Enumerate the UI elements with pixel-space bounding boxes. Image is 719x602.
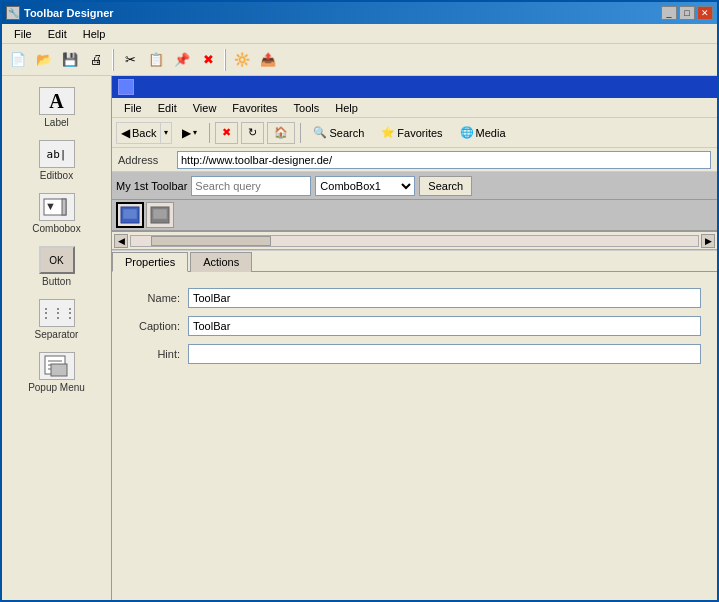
media-button[interactable]: 🌐 Media <box>453 122 513 144</box>
toolbar-print-button[interactable]: 🖨 <box>84 48 108 72</box>
palette-popup-text: Popup Menu <box>28 382 85 393</box>
svg-rect-1 <box>62 199 66 215</box>
palette-popup-item[interactable]: Popup Menu <box>12 349 102 396</box>
menu-edit[interactable]: Edit <box>40 26 75 42</box>
scroll-right-button[interactable]: ▶ <box>701 234 715 248</box>
address-label: Address <box>118 154 173 166</box>
maximize-button[interactable]: □ <box>679 6 695 20</box>
back-button[interactable]: ◀ Back <box>116 122 160 144</box>
browser-menu-favorites[interactable]: Favorites <box>224 100 285 116</box>
palette-combobox-icon: ▼ <box>39 193 75 221</box>
refresh-icon: ↻ <box>248 126 257 139</box>
nav-separator-2 <box>300 123 301 143</box>
main-window: 🔧 Toolbar Designer _ □ ✕ File Edit Help … <box>0 0 719 602</box>
svg-rect-11 <box>153 209 167 219</box>
browser-menu-edit[interactable]: Edit <box>150 100 185 116</box>
forward-dropdown-icon: ▾ <box>193 128 197 137</box>
palette-label-item[interactable]: A Label <box>12 84 102 131</box>
properties-panel: Properties Actions Name: Caption: Hint: <box>112 251 717 600</box>
right-panel: File Edit View Favorites Tools Help ◀ Ba… <box>112 76 717 600</box>
name-label: Name: <box>128 292 188 304</box>
browser-menu-view[interactable]: View <box>185 100 225 116</box>
palette-button-icon: OK <box>39 246 75 274</box>
title-bar: 🔧 Toolbar Designer _ □ ✕ <box>2 2 717 24</box>
minimize-button[interactable]: _ <box>661 6 677 20</box>
icon-item-2[interactable] <box>146 202 174 228</box>
toolbar-delete-button[interactable]: ✖ <box>196 48 220 72</box>
palette-combobox-text: Combobox <box>32 223 80 234</box>
toolbar-cut-button[interactable]: ✂ <box>118 48 142 72</box>
toolbar-separator-1 <box>112 49 114 71</box>
address-bar: Address <box>112 148 717 172</box>
svg-rect-7 <box>51 364 67 376</box>
caption-row: Caption: <box>128 316 701 336</box>
search-icon: 🔍 <box>313 126 327 139</box>
properties-tab-content: Name: Caption: Hint: <box>112 272 717 388</box>
toolbar-new-button[interactable]: 📄 <box>6 48 30 72</box>
palette-popup-icon <box>39 352 75 380</box>
caption-input[interactable] <box>188 316 701 336</box>
browser-menu-help[interactable]: Help <box>327 100 366 116</box>
back-dropdown-arrow[interactable]: ▾ <box>160 122 172 144</box>
toolbar-open-button[interactable]: 📂 <box>32 48 56 72</box>
palette-label-text: Label <box>44 117 68 128</box>
browser-window-icon <box>118 79 134 95</box>
icon-item-1[interactable] <box>116 202 144 228</box>
search-label: Search <box>329 127 364 139</box>
scroll-thumb[interactable] <box>151 236 271 246</box>
palette-editbox-item[interactable]: ab| Editbox <box>12 137 102 184</box>
stop-button[interactable]: ✖ <box>215 122 238 144</box>
tab-actions[interactable]: Actions <box>190 252 252 272</box>
palette-label-icon: A <box>39 87 75 115</box>
forward-arrow-icon: ▶ <box>182 126 191 140</box>
app-toolbar: 📄 📂 💾 🖨 ✂ 📋 📌 ✖ 🔆 📤 <box>2 44 717 76</box>
app-menu-bar: File Edit Help <box>2 24 717 44</box>
back-button-group: ◀ Back ▾ <box>116 122 172 144</box>
toolbar-save-button[interactable]: 💾 <box>58 48 82 72</box>
forward-button[interactable]: ▶ ▾ <box>175 122 204 144</box>
browser-menu-file[interactable]: File <box>116 100 150 116</box>
caption-label: Caption: <box>128 320 188 332</box>
scroll-track[interactable] <box>130 235 699 247</box>
toolbar-paste-button[interactable]: 📌 <box>170 48 194 72</box>
palette-combobox-item[interactable]: ▼ Combobox <box>12 190 102 237</box>
address-input[interactable] <box>177 151 711 169</box>
title-bar-buttons: _ □ ✕ <box>661 6 713 20</box>
refresh-button[interactable]: ↻ <box>241 122 264 144</box>
custom-search-button[interactable]: Search <box>419 176 472 196</box>
palette-button-text: Button <box>42 276 71 287</box>
palette-separator-icon: ⋮⋮⋮ <box>39 299 75 327</box>
media-label: Media <box>476 127 506 139</box>
tab-properties[interactable]: Properties <box>112 252 188 272</box>
browser-area: File Edit View Favorites Tools Help ◀ Ba… <box>112 76 717 251</box>
close-button[interactable]: ✕ <box>697 6 713 20</box>
back-arrow-icon: ◀ <box>121 126 130 140</box>
search-query-input[interactable] <box>191 176 311 196</box>
palette-separator-item[interactable]: ⋮⋮⋮ Separator <box>12 296 102 343</box>
home-icon: 🏠 <box>274 126 288 139</box>
favorites-button[interactable]: ⭐ Favorites <box>374 122 449 144</box>
menu-file[interactable]: File <box>6 26 40 42</box>
palette-button-item[interactable]: OK Button <box>12 243 102 290</box>
toolbar-copy-button[interactable]: 📋 <box>144 48 168 72</box>
svg-rect-9 <box>123 209 137 219</box>
hint-label: Hint: <box>128 348 188 360</box>
title-bar-icon: 🔧 <box>6 6 20 20</box>
main-area: A Label ab| Editbox ▼ Combobox OK Button… <box>2 76 717 600</box>
search-button[interactable]: 🔍 Search <box>306 122 371 144</box>
toolbar-separator-2 <box>224 49 226 71</box>
palette-editbox-text: Editbox <box>40 170 73 181</box>
menu-help[interactable]: Help <box>75 26 114 42</box>
hint-input[interactable] <box>188 344 701 364</box>
browser-menu-tools[interactable]: Tools <box>286 100 328 116</box>
combobox1-select[interactable]: ComboBox1 <box>315 176 415 196</box>
toolbar-clear-button[interactable]: 🔆 <box>230 48 254 72</box>
name-input[interactable] <box>188 288 701 308</box>
home-button[interactable]: 🏠 <box>267 122 295 144</box>
scroll-left-button[interactable]: ◀ <box>114 234 128 248</box>
tab-bar: Properties Actions <box>112 251 717 272</box>
horizontal-scrollbar: ◀ ▶ <box>112 232 717 250</box>
stop-icon: ✖ <box>222 126 231 139</box>
toolbar-export-button[interactable]: 📤 <box>256 48 280 72</box>
title-bar-text: Toolbar Designer <box>24 7 657 19</box>
